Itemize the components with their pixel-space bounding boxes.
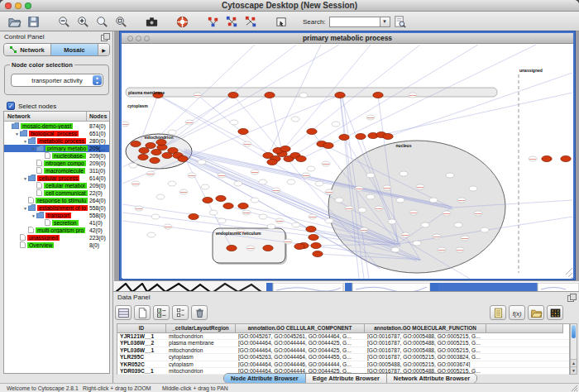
network-node[interactable] [433,234,441,239]
network-node-selected[interactable] [356,133,366,139]
network-node-selected[interactable] [542,155,552,161]
scrollbar-thumb[interactable] [572,325,576,338]
network-node-selected[interactable] [156,139,166,145]
network-node[interactable] [474,211,482,216]
tree-row-label[interactable]: nucleobase- [52,153,86,159]
tree-row-cellular-process[interactable]: ▼cellular process614(0) [4,174,109,182]
tree-expander-icon[interactable]: ▼ [22,206,28,211]
tree-row-label[interactable]: unassigned [27,235,60,241]
network-node[interactable] [218,173,226,178]
background-windows[interactable] [114,281,579,291]
table-cell[interactable]: plasma membrane [166,340,236,346]
network-node-selected[interactable] [265,92,275,98]
import-table-button[interactable] [490,305,506,320]
tree-row-label[interactable]: mosaic-demo-yeast [21,123,73,129]
network-node[interactable] [469,186,477,191]
network-node-selected[interactable] [223,203,233,208]
formula-builder-button[interactable]: f(x) [509,305,525,320]
network-node-selected[interactable] [267,159,277,165]
network-node[interactable] [122,122,129,127]
select-attributes-button[interactable] [115,305,132,320]
search-dropdown-button[interactable]: ▼ [380,17,390,27]
table-row[interactable]: YPL036W__2plasma membrane[GO:0044464, GO… [117,340,569,347]
snapshot-button[interactable] [143,14,160,30]
help-button[interactable] [174,14,191,30]
network-node[interactable] [287,179,295,184]
table-cell[interactable]: YLR295C [117,354,166,360]
zoom-selected-button[interactable] [93,14,111,30]
network-node[interactable] [198,160,206,165]
tab-network[interactable]: Network [4,44,51,55]
tree-row-label[interactable]: macromolecule [44,168,85,174]
network-node-selected[interactable] [339,134,349,140]
table-header-_cellularLayoutRegion[interactable]: _cellularLayoutRegion [166,324,236,333]
table-header-annotation.GO CELLULAR_COMPONENT[interactable]: annotation.GO CELLULAR_COMPONENT [236,324,365,333]
table-cell[interactable]: YPL036W__2 [117,340,166,346]
tree-row-label[interactable]: cellular process [37,175,79,181]
network-node-selected[interactable] [178,155,188,161]
tree-row-metabolic-process[interactable]: ▼metabolic process280(0) [4,137,109,145]
network-node[interactable] [355,186,363,191]
network-window-titlebar[interactable]: primary metabolic process [122,33,573,44]
network-node-selected[interactable] [203,197,213,203]
network-node-selected[interactable] [307,128,317,134]
network-node-selected[interactable] [131,141,141,146]
network-node[interactable] [230,120,238,125]
network-node-selected[interactable] [139,147,149,153]
table-cell[interactable]: YJR121W__1 [117,333,166,339]
network-node[interactable] [400,171,408,176]
network-node[interactable] [457,198,466,203]
network-node[interactable] [409,93,417,98]
table-row[interactable]: YJR121W__1mitochondrion[GO:0045267, GO:0… [117,333,569,340]
table-header-spacer[interactable] [486,324,563,333]
tab-node-attribute-browser[interactable]: Node Attribute Browser [224,374,306,383]
tree-row-nitrogen-compo[interactable]: nitrogen compo209(0) [4,160,109,167]
network-node[interactable] [188,173,196,178]
tree-row-label[interactable]: nitrogen compo [44,160,86,166]
network-node-selected[interactable] [238,128,248,134]
network-node[interactable] [391,247,400,252]
network-node[interactable] [366,115,375,120]
window-titlebar[interactable]: Cytoscape Desktop (New Session) [0,0,579,12]
network-node[interactable] [302,173,310,178]
network-node-selected[interactable] [294,243,304,249]
tree-row-multi-organism-pro[interactable]: multi-organism pro42(0) [4,227,109,234]
canvas-resize-grip[interactable] [566,268,572,279]
create-attribute-button[interactable] [134,305,151,320]
tree-expander-icon[interactable]: ▼ [22,139,28,144]
network-node-selected[interactable] [383,133,393,139]
table-header-annotation.GO MOLECULAR_FUNCTION[interactable]: annotation.GO MOLECULAR_FUNCTION [365,324,486,333]
table-cell[interactable]: [GO:0016787, GO:0005215, GO:0003824, G..… [365,354,486,360]
network-node-selected[interactable] [373,92,383,98]
network-node[interactable] [332,122,340,127]
tree-row-macromolecule[interactable]: macromolecule311(0) [4,167,109,174]
network-node[interactable] [446,173,454,178]
tree-row-secretion[interactable]: secretion41(0) [4,219,109,227]
tree-row-response-to-stimulu[interactable]: response to stimulu264(0) [4,197,109,204]
network-node[interactable] [421,222,429,227]
tree-row-label[interactable]: transport [45,213,71,218]
network-node[interactable] [132,181,140,186]
network-node[interactable] [309,214,317,219]
network-node-selected[interactable] [323,142,333,148]
tree-row-biological-process[interactable]: ▼biological_process651(0) [4,130,109,137]
tree-row-primary-metabo[interactable]: ▼primary metabo209(... [4,145,109,152]
zoom-out-button[interactable] [55,14,73,30]
network-node-selected[interactable] [228,92,238,98]
scroll-up-icon[interactable]: ▲ [571,359,577,366]
network-node[interactable] [461,236,469,241]
network-node[interactable] [168,181,176,186]
table-cell[interactable]: YKR052C [117,361,166,367]
tree-row-label[interactable]: establishment of lo [37,205,88,211]
tree-expander-icon[interactable]: ▼ [31,146,36,151]
table-row[interactable]: YKR052Ccytoplasm[GO:0044464, GO:0044446,… [117,361,569,368]
network-node[interactable] [299,93,308,98]
network-node[interactable] [251,170,259,174]
network-node[interactable] [272,188,280,193]
network-node[interactable] [194,93,202,98]
search-input[interactable] [329,17,380,27]
scroll-down-icon[interactable]: ▼ [571,366,577,374]
network-node[interactable] [307,166,315,171]
tree-row-label[interactable]: cell communicat [44,190,88,196]
network-node[interactable] [429,198,438,203]
